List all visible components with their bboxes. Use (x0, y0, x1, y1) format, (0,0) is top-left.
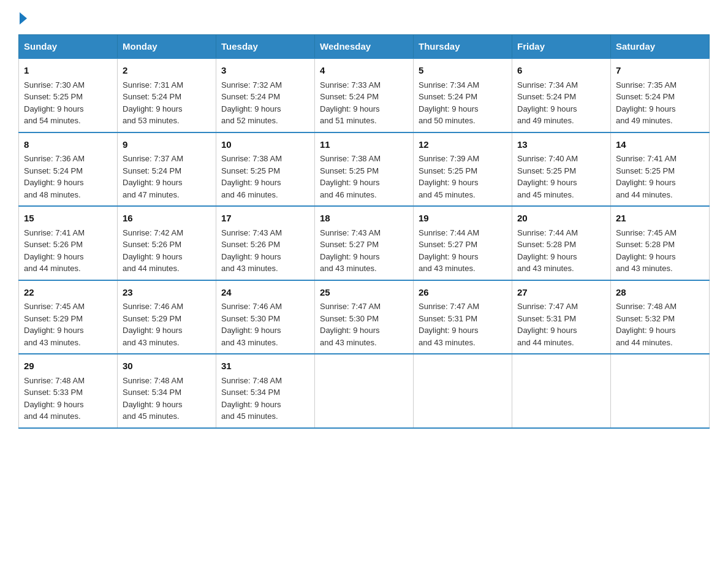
day-number: 28 (616, 286, 704, 300)
calendar-cell: 31Sunrise: 7:48 AMSunset: 5:34 PMDayligh… (216, 354, 315, 428)
day-info: Sunrise: 7:43 AMSunset: 5:26 PMDaylight:… (221, 227, 309, 275)
day-info: Sunrise: 7:45 AMSunset: 5:28 PMDaylight:… (616, 227, 704, 275)
day-number: 24 (221, 286, 309, 300)
day-info: Sunrise: 7:46 AMSunset: 5:29 PMDaylight:… (123, 301, 211, 348)
day-number: 8 (24, 138, 112, 152)
calendar-cell (512, 354, 611, 428)
calendar-cell (414, 354, 512, 428)
day-number: 15 (24, 212, 112, 226)
calendar-cell: 10Sunrise: 7:38 AMSunset: 5:25 PMDayligh… (216, 132, 315, 207)
day-info: Sunrise: 7:38 AMSunset: 5:25 PMDaylight:… (221, 153, 309, 201)
calendar-table: SundayMondayTuesdayWednesdayThursdayFrid… (18, 34, 710, 429)
day-info: Sunrise: 7:34 AMSunset: 5:24 PMDaylight:… (419, 79, 507, 127)
header-day-saturday: Saturday (611, 35, 710, 59)
calendar-cell: 6Sunrise: 7:34 AMSunset: 5:24 PMDaylight… (512, 58, 611, 132)
day-number: 20 (517, 212, 605, 226)
day-number: 18 (320, 212, 408, 226)
day-number: 6 (517, 64, 605, 78)
day-number: 14 (616, 138, 704, 152)
day-number: 3 (221, 64, 309, 78)
calendar-cell (611, 354, 710, 428)
day-info: Sunrise: 7:45 AMSunset: 5:29 PMDaylight:… (24, 301, 112, 348)
calendar-cell: 11Sunrise: 7:38 AMSunset: 5:25 PMDayligh… (315, 132, 414, 207)
calendar-week-3: 15Sunrise: 7:41 AMSunset: 5:26 PMDayligh… (19, 206, 710, 280)
logo (18, 12, 27, 22)
day-info: Sunrise: 7:44 AMSunset: 5:28 PMDaylight:… (517, 227, 605, 275)
day-info: Sunrise: 7:43 AMSunset: 5:27 PMDaylight:… (320, 227, 408, 275)
day-number: 11 (320, 138, 408, 152)
day-number: 22 (24, 286, 112, 300)
calendar-cell: 20Sunrise: 7:44 AMSunset: 5:28 PMDayligh… (512, 206, 611, 280)
calendar-header: SundayMondayTuesdayWednesdayThursdayFrid… (19, 35, 710, 59)
day-info: Sunrise: 7:48 AMSunset: 5:32 PMDaylight:… (616, 301, 704, 348)
calendar-cell: 3Sunrise: 7:32 AMSunset: 5:24 PMDaylight… (216, 58, 315, 132)
day-info: Sunrise: 7:32 AMSunset: 5:24 PMDaylight:… (221, 79, 309, 127)
day-info: Sunrise: 7:31 AMSunset: 5:24 PMDaylight:… (123, 79, 211, 127)
calendar-week-4: 22Sunrise: 7:45 AMSunset: 5:29 PMDayligh… (19, 280, 710, 354)
calendar-cell: 25Sunrise: 7:47 AMSunset: 5:30 PMDayligh… (315, 280, 414, 354)
calendar-cell: 30Sunrise: 7:48 AMSunset: 5:34 PMDayligh… (118, 354, 216, 428)
header-row: SundayMondayTuesdayWednesdayThursdayFrid… (19, 35, 710, 59)
day-info: Sunrise: 7:39 AMSunset: 5:25 PMDaylight:… (419, 153, 507, 201)
day-info: Sunrise: 7:46 AMSunset: 5:30 PMDaylight:… (221, 301, 309, 348)
day-number: 10 (221, 138, 309, 152)
day-info: Sunrise: 7:35 AMSunset: 5:24 PMDaylight:… (616, 79, 704, 127)
calendar-cell: 9Sunrise: 7:37 AMSunset: 5:24 PMDaylight… (118, 132, 216, 207)
header-day-tuesday: Tuesday (216, 35, 315, 59)
calendar-cell: 12Sunrise: 7:39 AMSunset: 5:25 PMDayligh… (414, 132, 512, 207)
day-number: 9 (123, 138, 211, 152)
calendar-cell: 4Sunrise: 7:33 AMSunset: 5:24 PMDaylight… (315, 58, 414, 132)
day-info: Sunrise: 7:47 AMSunset: 5:31 PMDaylight:… (419, 301, 507, 348)
day-info: Sunrise: 7:34 AMSunset: 5:24 PMDaylight:… (517, 79, 605, 127)
day-info: Sunrise: 7:36 AMSunset: 5:24 PMDaylight:… (24, 153, 112, 201)
day-number: 31 (221, 359, 309, 373)
calendar-cell: 2Sunrise: 7:31 AMSunset: 5:24 PMDaylight… (118, 58, 216, 132)
day-number: 19 (419, 212, 507, 226)
day-info: Sunrise: 7:48 AMSunset: 5:34 PMDaylight:… (221, 375, 309, 423)
logo-arrow-icon (20, 12, 27, 25)
day-number: 25 (320, 286, 408, 300)
calendar-cell: 26Sunrise: 7:47 AMSunset: 5:31 PMDayligh… (414, 280, 512, 354)
header-day-monday: Monday (118, 35, 216, 59)
calendar-cell: 24Sunrise: 7:46 AMSunset: 5:30 PMDayligh… (216, 280, 315, 354)
calendar-cell: 22Sunrise: 7:45 AMSunset: 5:29 PMDayligh… (19, 280, 118, 354)
day-number: 5 (419, 64, 507, 78)
day-number: 30 (123, 359, 211, 373)
day-number: 1 (24, 64, 112, 78)
calendar-cell: 29Sunrise: 7:48 AMSunset: 5:33 PMDayligh… (19, 354, 118, 428)
calendar-cell: 16Sunrise: 7:42 AMSunset: 5:26 PMDayligh… (118, 206, 216, 280)
calendar-cell: 17Sunrise: 7:43 AMSunset: 5:26 PMDayligh… (216, 206, 315, 280)
day-number: 2 (123, 64, 211, 78)
day-number: 12 (419, 138, 507, 152)
calendar-cell: 15Sunrise: 7:41 AMSunset: 5:26 PMDayligh… (19, 206, 118, 280)
day-info: Sunrise: 7:38 AMSunset: 5:25 PMDaylight:… (320, 153, 408, 201)
day-info: Sunrise: 7:41 AMSunset: 5:26 PMDaylight:… (24, 227, 112, 275)
header-day-wednesday: Wednesday (315, 35, 414, 59)
header-day-thursday: Thursday (414, 35, 512, 59)
day-number: 26 (419, 286, 507, 300)
calendar-cell: 7Sunrise: 7:35 AMSunset: 5:24 PMDaylight… (611, 58, 710, 132)
calendar-cell: 23Sunrise: 7:46 AMSunset: 5:29 PMDayligh… (118, 280, 216, 354)
day-number: 17 (221, 212, 309, 226)
calendar-week-1: 1Sunrise: 7:30 AMSunset: 5:25 PMDaylight… (19, 58, 710, 132)
calendar-cell: 14Sunrise: 7:41 AMSunset: 5:25 PMDayligh… (611, 132, 710, 207)
day-number: 7 (616, 64, 704, 78)
page-header (18, 12, 710, 22)
header-day-friday: Friday (512, 35, 611, 59)
calendar-cell: 8Sunrise: 7:36 AMSunset: 5:24 PMDaylight… (19, 132, 118, 207)
day-info: Sunrise: 7:37 AMSunset: 5:24 PMDaylight:… (123, 153, 211, 201)
day-info: Sunrise: 7:47 AMSunset: 5:30 PMDaylight:… (320, 301, 408, 348)
day-number: 21 (616, 212, 704, 226)
day-info: Sunrise: 7:42 AMSunset: 5:26 PMDaylight:… (123, 227, 211, 275)
calendar-week-5: 29Sunrise: 7:48 AMSunset: 5:33 PMDayligh… (19, 354, 710, 428)
calendar-cell: 1Sunrise: 7:30 AMSunset: 5:25 PMDaylight… (19, 58, 118, 132)
day-info: Sunrise: 7:48 AMSunset: 5:34 PMDaylight:… (123, 375, 211, 423)
day-info: Sunrise: 7:44 AMSunset: 5:27 PMDaylight:… (419, 227, 507, 275)
calendar-cell: 28Sunrise: 7:48 AMSunset: 5:32 PMDayligh… (611, 280, 710, 354)
calendar-cell: 21Sunrise: 7:45 AMSunset: 5:28 PMDayligh… (611, 206, 710, 280)
calendar-cell: 27Sunrise: 7:47 AMSunset: 5:31 PMDayligh… (512, 280, 611, 354)
calendar-cell: 19Sunrise: 7:44 AMSunset: 5:27 PMDayligh… (414, 206, 512, 280)
day-info: Sunrise: 7:30 AMSunset: 5:25 PMDaylight:… (24, 79, 112, 127)
day-number: 4 (320, 64, 408, 78)
day-number: 27 (517, 286, 605, 300)
